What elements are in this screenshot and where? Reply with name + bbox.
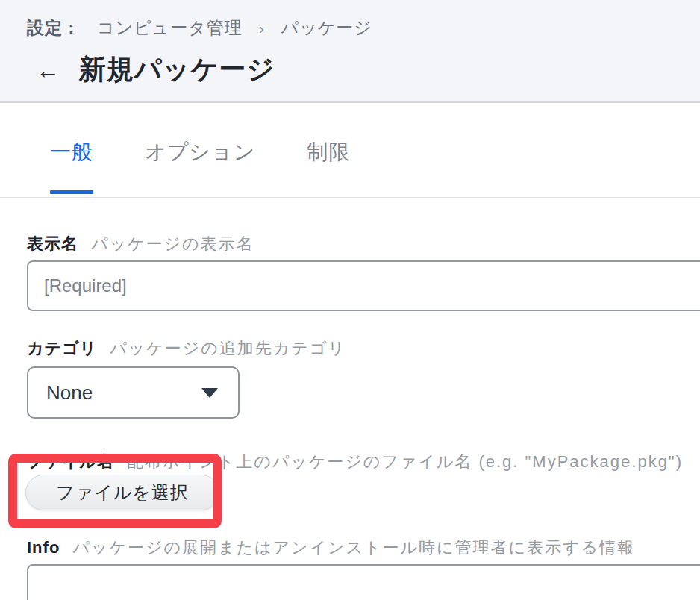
breadcrumb-settings-label: 設定： <box>27 16 81 40</box>
display-name-field: 表示名 パッケージの表示名 <box>27 234 700 311</box>
info-label: Info <box>27 537 60 558</box>
back-arrow-icon[interactable]: ← <box>36 58 60 82</box>
category-label: カテゴリ <box>27 338 97 359</box>
tab-restrictions[interactable]: 制限 <box>307 103 350 197</box>
breadcrumb-computer-management[interactable]: コンピュータ管理 <box>97 16 243 40</box>
filename-field: ファイル名 配布ポイント上のパッケージのファイル名 (e.g. "MyPacka… <box>27 451 700 510</box>
tab-options[interactable]: オプション <box>145 103 255 197</box>
breadcrumb-separator-icon: › <box>259 19 265 37</box>
title-row: ← 新規パッケージ <box>27 51 700 88</box>
breadcrumb-packages[interactable]: パッケージ <box>281 16 372 40</box>
info-textarea[interactable] <box>27 564 700 600</box>
breadcrumb: 設定： コンピュータ管理 › パッケージ <box>27 16 700 40</box>
display-name-input[interactable] <box>27 260 700 311</box>
form-content: 表示名 パッケージの表示名 カテゴリ パッケージの追加先カテゴリ None ファ… <box>0 234 700 600</box>
category-hint: パッケージの追加先カテゴリ <box>110 338 346 359</box>
info-field: Info パッケージの展開またはアンインストール時に管理者に表示する情報 <box>27 537 700 600</box>
file-select-button[interactable]: ファイルを選択 <box>25 475 219 510</box>
category-field: カテゴリ パッケージの追加先カテゴリ None <box>27 338 700 419</box>
filename-hint: 配布ポイント上のパッケージのファイル名 (e.g. "MyPackage.pkg… <box>127 451 683 472</box>
category-select[interactable]: None <box>27 366 240 419</box>
page-header: 設定： コンピュータ管理 › パッケージ ← 新規パッケージ <box>0 0 700 103</box>
tab-bar: 一般 オプション 制限 <box>0 103 700 198</box>
info-hint: パッケージの展開またはアンインストール時に管理者に表示する情報 <box>72 537 635 558</box>
page-title: 新規パッケージ <box>79 51 275 88</box>
chevron-down-icon <box>201 388 218 398</box>
category-selected-value: None <box>46 381 93 404</box>
display-name-label: 表示名 <box>27 234 78 254</box>
filename-label: ファイル名 <box>27 451 114 472</box>
tab-general[interactable]: 一般 <box>50 103 93 197</box>
display-name-hint: パッケージの表示名 <box>91 234 254 254</box>
